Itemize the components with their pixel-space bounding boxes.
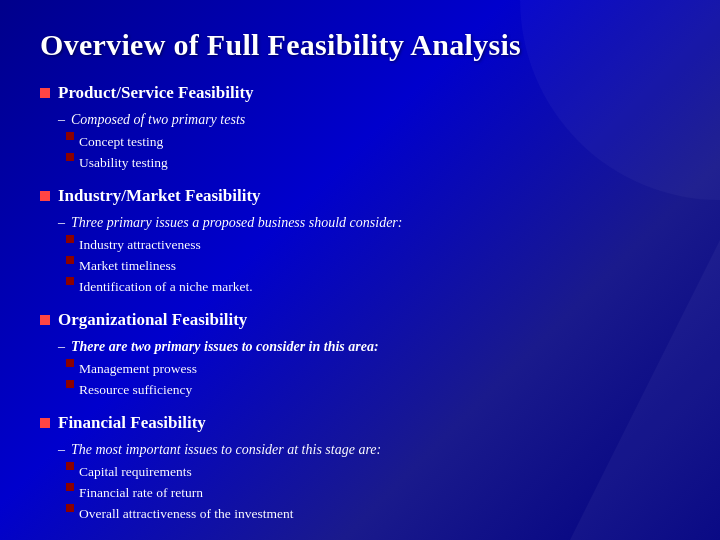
bullet-small-time	[66, 256, 74, 264]
dash-intro-financial: – The most important issues to consider …	[58, 439, 680, 460]
bullet-small-overall	[66, 504, 74, 512]
sub-item-timeliness: Market timeliness	[66, 256, 680, 276]
bullet-icon-financial	[40, 418, 50, 428]
bullet-small-rate	[66, 483, 74, 491]
sub-item-usability: Usability testing	[66, 153, 680, 173]
sub-item-resource: Resource sufficiency	[66, 380, 680, 400]
bullet-small-niche	[66, 277, 74, 285]
section-title-org: Organizational Feasibility	[40, 307, 680, 333]
bullet-small-mgmt	[66, 359, 74, 367]
bullet-icon-industry	[40, 191, 50, 201]
slide: Overview of Full Feasibility Analysis Pr…	[0, 0, 720, 540]
section-industry-market: Industry/Market Feasibility – Three prim…	[40, 183, 680, 297]
sub-item-rate: Financial rate of return	[66, 483, 680, 503]
section-financial: Financial Feasibility – The most importa…	[40, 410, 680, 524]
bullet-small-capital	[66, 462, 74, 470]
bullet-small-resource	[66, 380, 74, 388]
sub-item-niche: Identification of a niche market.	[66, 277, 680, 297]
sub-item-attractiveness: Industry attractiveness	[66, 235, 680, 255]
section-title-industry: Industry/Market Feasibility	[40, 183, 680, 209]
section-title-financial: Financial Feasibility	[40, 410, 680, 436]
bullet-icon-org	[40, 315, 50, 325]
dash-intro-org: – There are two primary issues to consid…	[58, 336, 680, 357]
sub-item-capital: Capital requirements	[66, 462, 680, 482]
section-organizational: Organizational Feasibility – There are t…	[40, 307, 680, 400]
bullet-small-concept	[66, 132, 74, 140]
dash-intro-industry: – Three primary issues a proposed busine…	[58, 212, 680, 233]
bullet-small-usability	[66, 153, 74, 161]
bullet-small-attract	[66, 235, 74, 243]
bullet-icon-product	[40, 88, 50, 98]
sub-item-management: Management prowess	[66, 359, 680, 379]
